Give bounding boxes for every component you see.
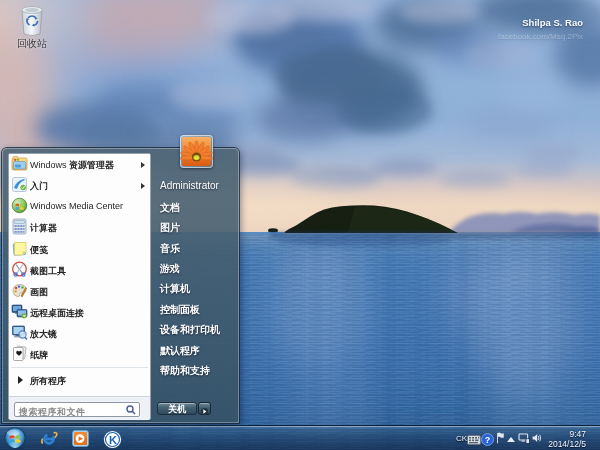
svg-text:K: K	[109, 434, 117, 446]
svg-text:?: ?	[485, 435, 491, 445]
